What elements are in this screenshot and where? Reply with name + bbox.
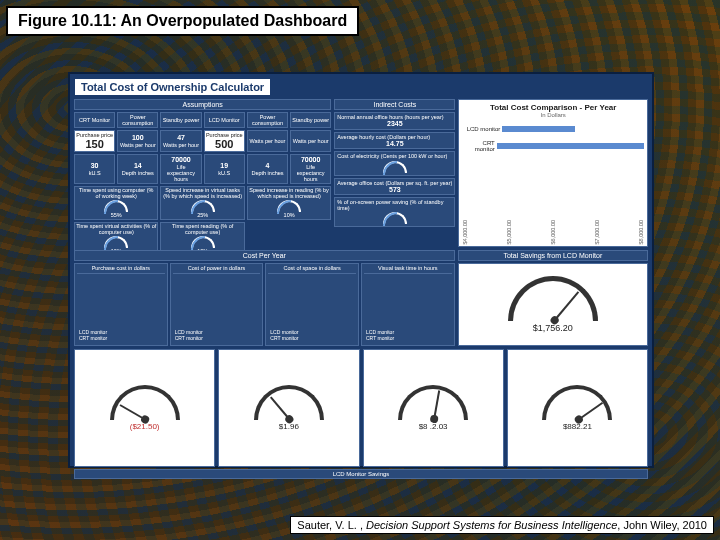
gauge-speed-virtual: Speed increase in virtual tasks (% by wh… bbox=[160, 186, 244, 220]
r2a: 30kU.S bbox=[74, 154, 115, 184]
panel-purchase: Purchase cost in dollarsLCD monitorCRT m… bbox=[74, 263, 168, 346]
lcd-price[interactable]: Purchase price500 bbox=[204, 130, 245, 152]
bot-g4: $882.21 bbox=[507, 349, 648, 467]
gauge-time-computer: Time spent using computer (% of working … bbox=[74, 186, 158, 220]
ind-hourly: Average hourly cost (Dollars per hour)14… bbox=[334, 132, 455, 150]
r2c: 70000Life expectancy hours bbox=[160, 154, 201, 184]
lcd-savings-footer: LCD Monitor Savings bbox=[74, 469, 648, 479]
bot-g1: ($21.50) bbox=[74, 349, 215, 467]
hdr-sp2: Standby power bbox=[290, 112, 331, 128]
crt-stby: 47Watts per hour bbox=[160, 130, 201, 152]
ind-saving: % of on-screen power saving (% of standb… bbox=[334, 197, 455, 227]
crt-price[interactable]: Purchase price150 bbox=[74, 130, 115, 152]
indirect-section: Indirect Costs Normal annual office hour… bbox=[334, 99, 455, 247]
ind-hours: Normal annual office hours (hours per ye… bbox=[334, 112, 455, 130]
panel-power: Cost of power in dollarsLCD monitorCRT m… bbox=[170, 263, 264, 346]
total-savings-gauge: $1,756.20 bbox=[458, 263, 648, 346]
hdr-pc1: Power consumption bbox=[117, 112, 158, 128]
figure-caption: Figure 10.11: An Overpopulated Dashboard bbox=[6, 6, 359, 36]
ind-elec: Cost of electricity (Cents per 100 kW or… bbox=[334, 151, 455, 175]
r2f: 70000Life expectancy hours bbox=[290, 154, 331, 184]
assumptions-section: Assumptions CRT Monitor Power consumptio… bbox=[74, 99, 331, 247]
x-axis: $4,000.00 $5,000.00 $6,000.00 $7,000.00 … bbox=[462, 220, 644, 244]
assumptions-header: Assumptions bbox=[74, 99, 331, 110]
bottom-gauges: ($21.50) $1.96 $8 .2.03 $882.21 bbox=[74, 349, 648, 467]
crt-watts: 100Watts per hour bbox=[117, 130, 158, 152]
r2b: 14Depth inches bbox=[117, 154, 158, 184]
lcd-stby: Watts per hour bbox=[290, 130, 331, 152]
ind-office: Average office cost (Dollars per sq. ft.… bbox=[334, 178, 455, 196]
hdr-pc2: Power consumption bbox=[247, 112, 288, 128]
r2d: 19kU.S bbox=[204, 154, 245, 184]
indirect-header: Indirect Costs bbox=[334, 99, 455, 110]
bar-lcd bbox=[502, 126, 575, 132]
total-savings-section: Total Savings from LCD Monitor $1,756.20 bbox=[458, 250, 648, 346]
comparison-chart: Total Cost Comparison - Per Year In Doll… bbox=[458, 99, 648, 247]
lcd-watts: Watts per hour bbox=[247, 130, 288, 152]
dashboard-title: Total Cost of Ownership Calculator bbox=[74, 78, 271, 96]
bar-crt bbox=[497, 143, 644, 149]
bot-g2: $1.96 bbox=[218, 349, 359, 467]
hdr-lcd: LCD Monitor bbox=[204, 112, 245, 128]
panel-visual: Visual task time in hoursLCD monitorCRT … bbox=[361, 263, 455, 346]
savings-header: Total Savings from LCD Monitor bbox=[458, 250, 648, 261]
gauge-speed-reading: Speed increase in reading (% by which sp… bbox=[247, 186, 331, 220]
r2e: 4Depth inches bbox=[247, 154, 288, 184]
comp-title: Total Cost Comparison - Per Year bbox=[462, 103, 644, 112]
dashboard-panel: Total Cost of Ownership Calculator Assum… bbox=[68, 72, 654, 468]
cpy-header: Cost Per Year bbox=[74, 250, 455, 261]
comp-subtitle: In Dollars bbox=[462, 112, 644, 118]
hdr-sp1: Standby power bbox=[160, 112, 201, 128]
panel-space: Cost of space in dollarsLCD monitorCRT m… bbox=[265, 263, 359, 346]
hdr-crt: CRT Monitor bbox=[74, 112, 115, 128]
bot-g3: $8 .2.03 bbox=[363, 349, 504, 467]
citation: Sauter, V. L. , Decision Support Systems… bbox=[290, 516, 714, 534]
cost-per-year-section: Cost Per Year Purchase cost in dollarsLC… bbox=[74, 250, 455, 346]
